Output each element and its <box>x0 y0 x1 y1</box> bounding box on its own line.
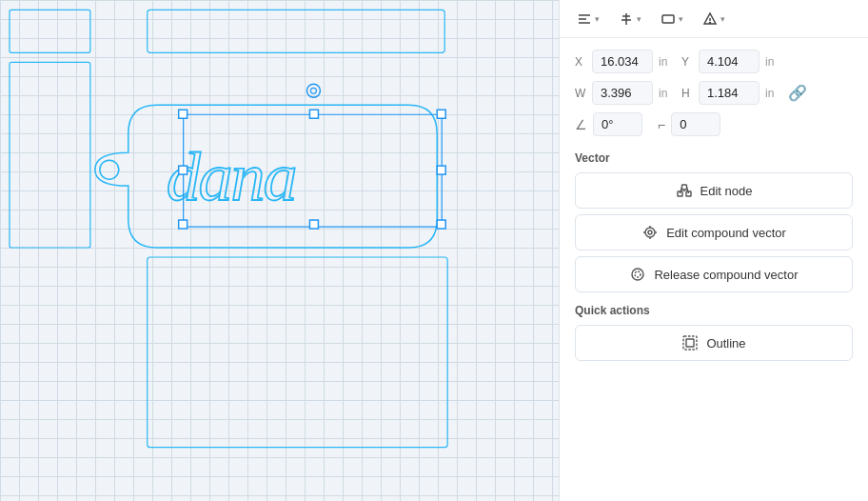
quick-actions-header: Quick actions <box>575 304 853 317</box>
svg-rect-1 <box>10 10 90 52</box>
svg-point-25 <box>710 22 711 23</box>
vector-section-header: Vector <box>575 151 853 165</box>
warn-btn[interactable]: ▾ <box>697 9 731 30</box>
svg-point-33 <box>648 230 652 234</box>
svg-rect-9 <box>309 110 318 118</box>
corner-icon: ⌐ <box>658 117 665 132</box>
svg-line-30 <box>686 188 688 194</box>
svg-rect-23 <box>662 15 674 23</box>
svg-rect-0 <box>148 10 444 52</box>
wh-row: W in H in 🔗 <box>575 81 853 105</box>
svg-rect-8 <box>179 110 187 118</box>
release-compound-vector-button[interactable]: Release compound vector <box>575 256 853 292</box>
svg-point-38 <box>632 269 643 280</box>
svg-rect-11 <box>179 166 187 174</box>
xy-row: X in Y in <box>575 50 853 73</box>
canvas-area[interactable]: dana <box>0 0 560 501</box>
lock-icon[interactable]: 🔗 <box>788 84 807 102</box>
edit-compound-label: Edit compound vector <box>666 226 786 240</box>
angle-item: ∠ <box>575 112 642 136</box>
svg-point-32 <box>645 228 655 237</box>
w-input[interactable] <box>592 81 653 105</box>
corner-item: ⌐ <box>658 112 720 136</box>
chevron-4: ▾ <box>720 14 725 24</box>
align-btn-1[interactable]: ▾ <box>571 9 605 30</box>
svg-rect-10 <box>437 110 445 118</box>
sidebar: ▾ ▾ ▾ ▾ X <box>560 0 868 501</box>
properties-panel: X in Y in W in H in 🔗 ∠ ⌐ <box>560 38 868 501</box>
angle-row: ∠ ⌐ <box>575 112 853 136</box>
w-label: W <box>575 87 586 100</box>
angle-input[interactable] <box>593 112 642 136</box>
align-btn-2[interactable]: ▾ <box>613 9 647 30</box>
x-label: X <box>575 55 586 69</box>
outline-label: Outline <box>706 336 745 351</box>
svg-rect-12 <box>437 166 445 174</box>
h-label: H <box>681 87 693 100</box>
edit-node-icon <box>676 182 693 199</box>
h-unit: in <box>765 87 782 100</box>
svg-rect-28 <box>681 185 686 190</box>
svg-rect-2 <box>10 62 90 248</box>
x-unit: in <box>659 55 676 69</box>
sidebar-toolbar: ▾ ▾ ▾ ▾ <box>560 0 868 38</box>
y-label: Y <box>681 55 693 69</box>
angle-icon: ∠ <box>575 117 587 132</box>
chevron-3: ▾ <box>679 14 683 24</box>
svg-line-29 <box>680 188 681 194</box>
outline-button[interactable]: Outline <box>575 325 853 361</box>
svg-rect-13 <box>179 220 187 229</box>
chevron-2: ▾ <box>637 14 641 24</box>
svg-rect-41 <box>686 339 694 347</box>
svg-point-6 <box>306 84 320 97</box>
svg-point-7 <box>310 88 316 93</box>
svg-rect-14 <box>309 220 318 229</box>
edit-compound-icon <box>641 224 659 241</box>
release-compound-icon <box>629 266 646 283</box>
chevron-1: ▾ <box>595 14 600 24</box>
y-unit: in <box>765 55 782 69</box>
corner-input[interactable] <box>671 112 720 136</box>
svg-rect-16 <box>148 257 447 448</box>
y-input[interactable] <box>699 50 760 73</box>
edit-compound-vector-button[interactable]: Edit compound vector <box>575 214 853 250</box>
edit-node-button[interactable]: Edit node <box>575 172 853 209</box>
svg-point-39 <box>635 271 641 277</box>
flip-btn[interactable]: ▾ <box>655 9 689 30</box>
h-input[interactable] <box>699 81 760 105</box>
w-unit: in <box>659 87 676 100</box>
release-compound-label: Release compound vector <box>654 268 798 282</box>
svg-point-3 <box>100 160 119 179</box>
svg-rect-40 <box>683 336 697 350</box>
edit-node-label: Edit node <box>700 184 753 198</box>
outline-icon <box>681 334 699 351</box>
x-input[interactable] <box>592 50 653 73</box>
svg-rect-15 <box>437 220 445 229</box>
svg-text:dana: dana <box>167 139 296 215</box>
